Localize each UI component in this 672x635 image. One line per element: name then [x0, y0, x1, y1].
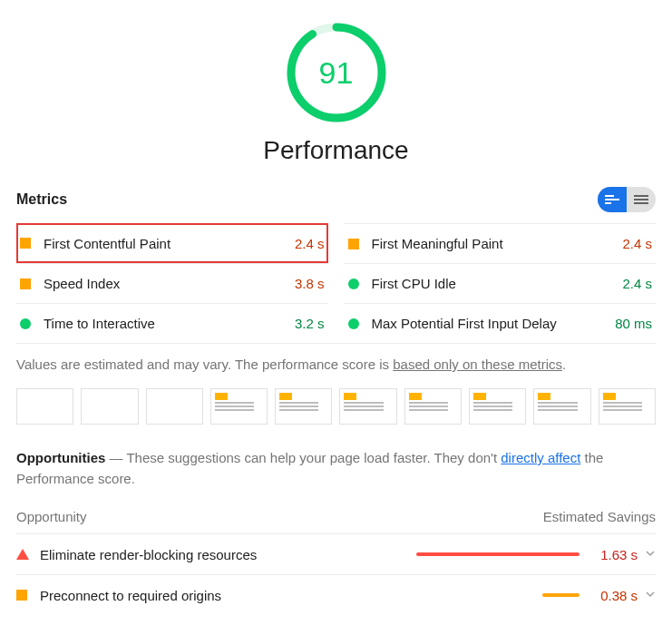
filmstrip-frame — [16, 388, 73, 425]
metric-label: First CPU Idle — [372, 276, 623, 291]
svg-rect-7 — [634, 202, 648, 204]
toggle-expanded-button[interactable] — [627, 187, 656, 212]
filmstrip-frame — [339, 388, 396, 425]
opportunity-row[interactable]: Preconnect to required origins0.38 s — [16, 574, 656, 615]
metric-row[interactable]: First Contentful Paint2.4 s — [16, 223, 328, 263]
metric-value: 2.4 s — [295, 236, 325, 251]
metric-label: First Contentful Paint — [44, 236, 295, 251]
svg-rect-5 — [634, 195, 648, 197]
opportunity-value: 0.38 s — [590, 588, 638, 603]
svg-rect-3 — [605, 199, 619, 200]
filmstrip-frame — [469, 388, 526, 425]
col-opportunity: Opportunity — [16, 509, 87, 524]
metric-value: 3.8 s — [295, 276, 325, 291]
opportunities-header-row: Opportunity Estimated Savings — [16, 509, 656, 533]
metrics-grid: First Contentful Paint2.4 sFirst Meaning… — [16, 223, 656, 343]
svg-rect-2 — [605, 195, 614, 197]
chevron-down-icon[interactable] — [645, 546, 656, 562]
svg-rect-4 — [605, 202, 611, 204]
metric-label: Max Potential First Input Delay — [372, 316, 616, 331]
metrics-heading: Metrics — [16, 191, 67, 208]
metric-row[interactable]: First CPU Idle2.4 s — [345, 263, 657, 303]
gauge-score: 91 — [286, 22, 387, 123]
filmstrip-frame — [210, 388, 268, 425]
metric-value: 2.4 s — [622, 276, 652, 291]
chevron-down-icon[interactable] — [645, 587, 656, 603]
svg-rect-6 — [634, 199, 648, 200]
status-warn-icon — [16, 590, 27, 601]
gauge-title: Performance — [263, 136, 408, 165]
col-savings: Estimated Savings — [543, 509, 656, 524]
note-tail: . — [562, 357, 566, 372]
filmstrip-frame — [404, 388, 462, 425]
opps-title: Opportunities — [16, 450, 105, 465]
performance-gauge: 91 Performance — [16, 22, 656, 165]
opportunities-intro: Opportunities — These suggestions can he… — [16, 448, 656, 489]
filmstrip-frame — [275, 388, 332, 425]
filmstrip-frame — [146, 388, 203, 425]
filmstrip-frame — [81, 388, 138, 425]
filmstrip-frame — [599, 388, 656, 425]
note-text: Values are estimated and may vary. The p… — [16, 357, 393, 372]
opportunity-label: Eliminate render-blocking resources — [40, 547, 405, 562]
metric-label: Time to Interactive — [44, 316, 295, 331]
filmstrip-frame — [533, 388, 590, 425]
gauge-ring: 91 — [286, 22, 387, 123]
metrics-note: Values are estimated and may vary. The p… — [16, 343, 656, 388]
opportunity-row[interactable]: Eliminate render-blocking resources1.63 … — [16, 533, 656, 574]
directly-affect-link[interactable]: directly affect — [501, 450, 580, 465]
filmstrip — [16, 388, 656, 425]
status-pass-icon — [20, 318, 31, 329]
status-pass-icon — [348, 318, 359, 329]
metric-row[interactable]: Speed Index3.8 s — [16, 263, 328, 303]
status-pass-icon — [348, 278, 359, 289]
status-warn-icon — [20, 238, 31, 249]
opportunity-value: 1.63 s — [590, 547, 638, 562]
savings-bar — [416, 552, 579, 556]
view-toggle[interactable] — [598, 187, 656, 212]
metric-row[interactable]: Max Potential First Input Delay80 ms — [345, 303, 657, 343]
metric-row[interactable]: Time to Interactive3.2 s — [16, 303, 328, 343]
opportunities-list: Eliminate render-blocking resources1.63 … — [16, 533, 656, 615]
status-warn-icon — [348, 239, 359, 249]
metric-value: 3.2 s — [295, 316, 325, 331]
toggle-compact-button[interactable] — [598, 187, 627, 212]
metric-value: 2.4 s — [622, 236, 652, 251]
note-link[interactable]: based only on these metrics — [393, 357, 562, 372]
savings-bar — [416, 593, 579, 597]
metric-label: Speed Index — [44, 276, 295, 291]
metric-value: 80 ms — [615, 316, 652, 331]
opportunity-label: Preconnect to required origins — [40, 588, 405, 603]
status-warn-icon — [20, 278, 31, 289]
status-fail-icon — [16, 549, 29, 560]
metric-row[interactable]: First Meaningful Paint2.4 s — [345, 223, 657, 263]
metric-label: First Meaningful Paint — [372, 236, 623, 251]
